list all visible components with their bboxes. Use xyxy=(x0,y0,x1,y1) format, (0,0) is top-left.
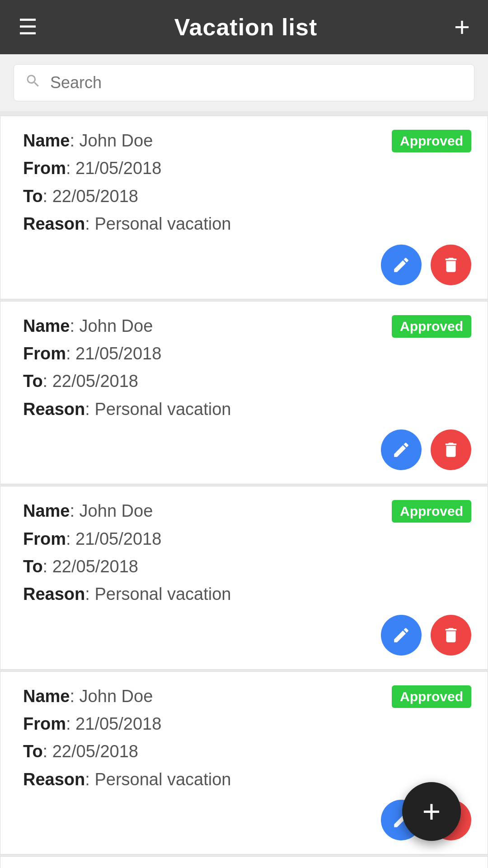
card-to: To: 22/05/2018 xyxy=(23,741,471,763)
delete-button[interactable] xyxy=(431,429,471,470)
edit-button[interactable] xyxy=(381,615,422,656)
delete-button[interactable] xyxy=(431,615,471,656)
search-wrapper xyxy=(14,64,474,101)
status-badge: Approved xyxy=(392,315,471,338)
search-icon xyxy=(25,73,41,93)
list-item: Ap Name: John Doe xyxy=(0,856,488,868)
card-from: From: 21/05/2018 xyxy=(23,713,471,735)
delete-button[interactable] xyxy=(431,245,471,285)
fab-plus-icon: + xyxy=(422,793,441,830)
vacation-list: Approved Name: John Doe From: 21/05/2018… xyxy=(0,111,488,868)
status-badge: Approved xyxy=(392,500,471,523)
list-item: Approved Name: John Doe From: 21/05/2018… xyxy=(0,486,488,670)
card-reason: Reason: Personal vacation xyxy=(23,769,471,791)
status-badge: Approved xyxy=(392,685,471,708)
card-actions xyxy=(23,615,471,656)
status-badge: Approved xyxy=(392,130,471,152)
card-actions xyxy=(23,245,471,285)
app-header: ☰ Vacation list + xyxy=(0,0,488,54)
page-title: Vacation list xyxy=(174,14,317,41)
list-item: Approved Name: John Doe From: 21/05/2018… xyxy=(0,116,488,299)
card-from: From: 21/05/2018 xyxy=(23,528,471,550)
card-to: To: 22/05/2018 xyxy=(23,370,471,392)
card-from: From: 21/05/2018 xyxy=(23,343,471,365)
card-actions xyxy=(23,429,471,470)
header-add-icon[interactable]: + xyxy=(454,14,470,41)
menu-icon[interactable]: ☰ xyxy=(18,16,38,38)
search-input[interactable] xyxy=(50,73,463,92)
search-bar xyxy=(0,54,488,111)
edit-button[interactable] xyxy=(381,429,422,470)
fab-add-button[interactable]: + xyxy=(402,782,461,841)
card-to: To: 22/05/2018 xyxy=(23,185,471,208)
card-reason: Reason: Personal vacation xyxy=(23,213,471,235)
edit-button[interactable] xyxy=(381,245,422,285)
card-from: From: 21/05/2018 xyxy=(23,157,471,179)
list-item: Approved Name: John Doe From: 21/05/2018… xyxy=(0,301,488,485)
card-reason: Reason: Personal vacation xyxy=(23,398,471,420)
card-reason: Reason: Personal vacation xyxy=(23,583,471,605)
card-to: To: 22/05/2018 xyxy=(23,556,471,578)
